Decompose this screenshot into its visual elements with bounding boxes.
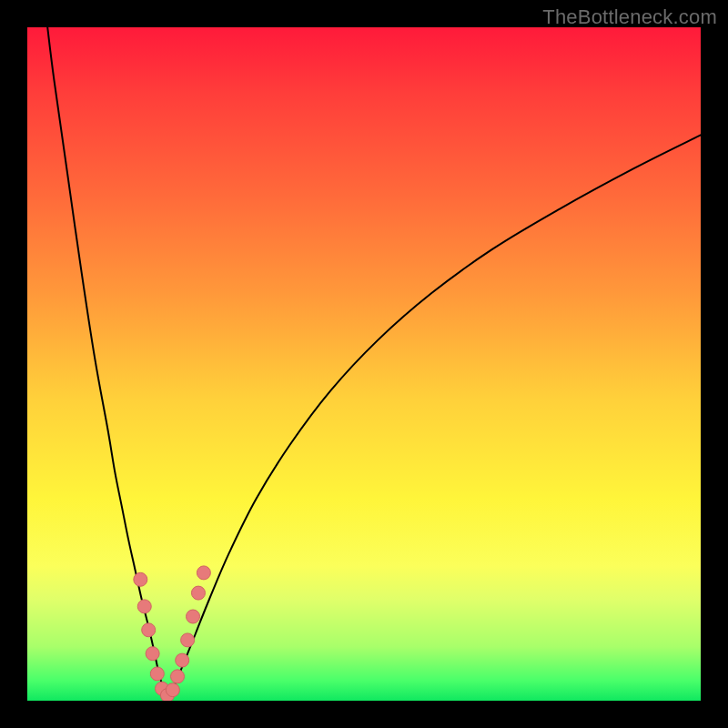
data-marker (176, 653, 189, 667)
data-marker (137, 600, 151, 613)
watermark-text: TheBottleneck.com (542, 5, 717, 29)
data-marker (191, 586, 205, 600)
chart-frame: TheBottleneck.com (0, 0, 728, 728)
data-marker (187, 610, 200, 623)
bottleneck-curve-right-branch (168, 132, 701, 698)
data-marker (150, 667, 164, 681)
data-marker (146, 647, 159, 661)
data-marker (197, 566, 210, 580)
data-marker (134, 572, 147, 586)
plot-area (27, 27, 701, 701)
data-marker (181, 633, 195, 647)
data-marker (166, 683, 179, 697)
data-marker (171, 670, 185, 683)
curve-layer (27, 27, 701, 701)
bottleneck-curve-left-branch (47, 27, 167, 698)
data-marker (142, 623, 156, 637)
